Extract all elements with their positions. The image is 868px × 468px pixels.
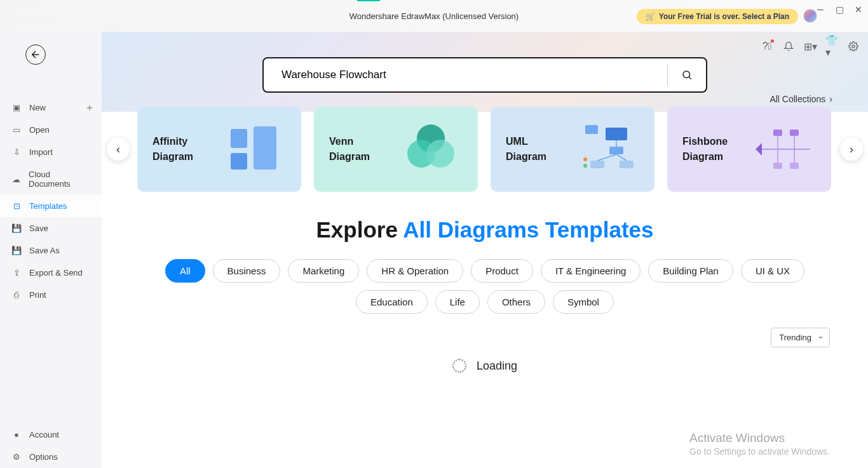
sort-row: Trending [102, 314, 868, 347]
accent-bar [357, 0, 380, 1]
sidebar-item-print[interactable]: ⎙ Print [0, 284, 102, 306]
print-icon: ⎙ [11, 291, 22, 300]
sidebar-item-options[interactable]: ⚙ Options [0, 446, 102, 468]
category-chips: All Business Marketing HR & Operation Pr… [102, 259, 868, 314]
plus-square-icon: ▣ [11, 104, 22, 112]
carousel-prev-button[interactable]: ‹ [107, 138, 130, 161]
search-button[interactable] [668, 69, 706, 81]
card-fishbone[interactable]: Fishbone Diagram [667, 107, 831, 192]
chevron-right-icon: › [829, 94, 832, 104]
card-uml[interactable]: UML Diagram [491, 107, 654, 192]
help-icon[interactable]: ?⃝ [761, 41, 773, 52]
card-venn[interactable]: Venn Diagram [314, 107, 478, 192]
import-icon: ⇩ [11, 148, 22, 157]
folder-icon: ▭ [11, 126, 22, 135]
sidebar-item-import[interactable]: ⇩ Import [0, 141, 102, 163]
search-bar [262, 57, 707, 93]
template-icon: ⊡ [11, 202, 22, 211]
chip-life[interactable]: Life [435, 290, 480, 314]
sidebar-item-saveas[interactable]: 💾 Save As [0, 239, 102, 262]
cloud-icon: ☁ [11, 175, 21, 184]
content-area: All Collections › ‹ Affinity Diagram Ven… [102, 32, 868, 468]
save-icon: 💾 [11, 224, 22, 233]
affinity-graphic [222, 121, 286, 178]
svg-point-17 [583, 164, 587, 168]
search-input[interactable] [264, 69, 667, 81]
back-button[interactable] [25, 44, 46, 65]
svg-rect-20 [790, 130, 799, 136]
sidebar-item-new[interactable]: ▣ New + [0, 97, 102, 119]
card-affinity[interactable]: Affinity Diagram [137, 107, 301, 192]
template-carousel: ‹ Affinity Diagram Venn Diagram UML Diag… [102, 107, 868, 192]
chip-hr[interactable]: HR & Operation [367, 259, 463, 283]
svg-point-7 [426, 140, 454, 168]
trial-text: Your Free Trial is over. Select a Plan [659, 12, 789, 21]
chip-symbol[interactable]: Symbol [553, 290, 614, 314]
export-icon: ⇪ [11, 269, 22, 277]
venn-graphic [399, 121, 463, 178]
chip-business[interactable]: Business [213, 259, 281, 283]
sidebar-item-templates[interactable]: ⊡ Templates [0, 195, 102, 217]
titlebar: Wondershare EdrawMax (Unlicensed Version… [0, 0, 868, 32]
sidebar-label: New [29, 103, 46, 112]
spinner-icon [452, 359, 466, 373]
svg-rect-4 [254, 126, 276, 170]
bell-icon[interactable] [783, 41, 794, 52]
hero-section: All Collections › [102, 32, 868, 112]
svg-rect-2 [231, 129, 247, 148]
chip-building[interactable]: Building Plan [648, 259, 733, 283]
gear-icon: ⚙ [11, 453, 22, 462]
windows-watermark: Activate Windows Go to Settings to activ… [689, 431, 830, 457]
sidebar-item-cloud[interactable]: ☁ Cloud Documents [0, 163, 102, 195]
maximize-button[interactable]: ▢ [835, 5, 844, 14]
carousel-next-button[interactable]: › [840, 138, 863, 161]
settings-icon[interactable] [848, 41, 859, 52]
chip-it[interactable]: IT & Engineering [541, 259, 641, 283]
trial-banner[interactable]: 🛒 Your Free Trial is over. Select a Plan [637, 9, 798, 24]
uml-graphic [576, 121, 639, 178]
sidebar-item-open[interactable]: ▭ Open [0, 119, 102, 141]
plus-icon[interactable]: + [86, 102, 93, 114]
sidebar-item-export[interactable]: ⇪ Export & Send [0, 262, 102, 284]
window-controls: ─ ▢ ✕ [816, 5, 863, 14]
save-as-icon: 💾 [11, 246, 22, 255]
svg-rect-10 [609, 147, 623, 154]
sort-dropdown[interactable]: Trending [771, 328, 830, 347]
svg-rect-22 [790, 163, 799, 169]
grid-icon[interactable]: ⊞▾ [804, 41, 816, 52]
sidebar-item-save[interactable]: 💾 Save [0, 217, 102, 239]
svg-rect-9 [606, 128, 627, 140]
fishbone-graphic [752, 121, 816, 178]
svg-rect-11 [590, 161, 604, 168]
chip-all[interactable]: All [165, 259, 205, 283]
account-icon: ● [11, 431, 22, 439]
svg-point-1 [683, 71, 690, 78]
sidebar-item-account[interactable]: ● Account [0, 424, 102, 446]
svg-line-14 [597, 154, 616, 161]
chip-uiux[interactable]: UI & UX [741, 259, 804, 283]
minimize-button[interactable]: ─ [816, 5, 825, 14]
loading-indicator: Loading [102, 359, 868, 373]
svg-rect-21 [773, 163, 782, 169]
svg-rect-19 [773, 130, 782, 136]
chip-education[interactable]: Education [356, 290, 428, 314]
shirt-icon[interactable]: 👕▾ [826, 41, 837, 52]
search-icon [681, 69, 693, 81]
all-collections-link[interactable]: All Collections › [770, 94, 832, 104]
svg-rect-12 [620, 161, 634, 168]
app-title: Wondershare EdrawMax (Unlicensed Version… [349, 11, 519, 21]
chip-others[interactable]: Others [487, 290, 545, 314]
avatar[interactable] [803, 9, 817, 23]
sidebar: ▣ New + ▭ Open ⇩ Import ☁ Cloud Document… [0, 32, 102, 468]
svg-line-15 [616, 154, 627, 161]
cart-icon: 🛒 [646, 12, 655, 21]
svg-rect-3 [231, 153, 247, 170]
close-button[interactable]: ✕ [854, 5, 863, 14]
chip-product[interactable]: Product [471, 259, 533, 283]
svg-point-16 [583, 157, 587, 161]
explore-heading: Explore All Diagrams Templates [102, 217, 868, 243]
svg-point-0 [852, 45, 855, 48]
svg-rect-8 [585, 125, 598, 134]
header-tool-icons: ?⃝ ⊞▾ 👕▾ [761, 41, 859, 52]
chip-marketing[interactable]: Marketing [288, 259, 359, 283]
